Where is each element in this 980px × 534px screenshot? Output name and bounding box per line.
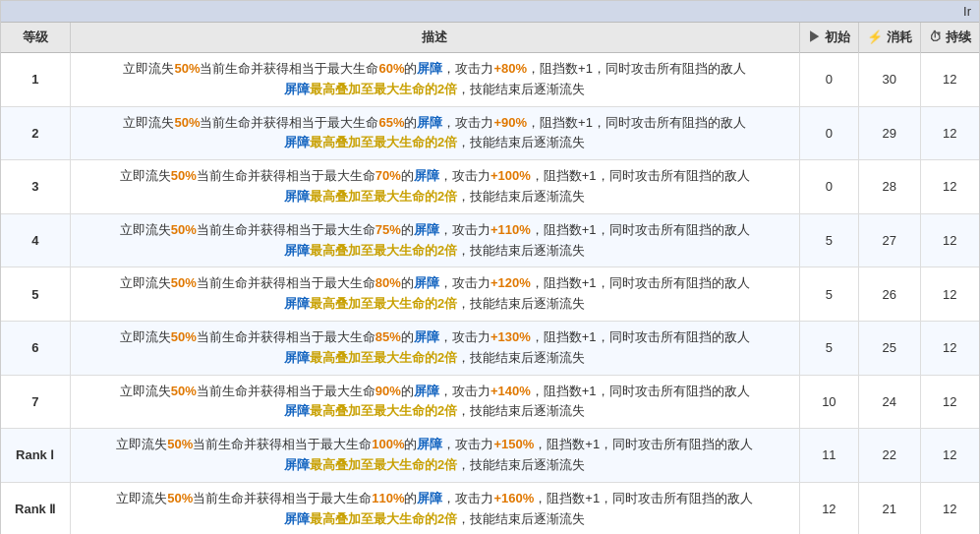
cell-level: 2: [1, 106, 70, 160]
cell-consume: 25: [858, 321, 920, 375]
start-label: 初始: [825, 30, 850, 44]
cell-sustain: 12: [920, 106, 979, 160]
start-icon: ▶: [808, 30, 825, 44]
skill-table-container: Ir 等级 描述 ▶ 初始 ⚡ 消耗 ⏱ 持续: [0, 0, 980, 534]
cell-consume: 24: [858, 375, 920, 429]
cell-level: Rank Ⅱ: [1, 482, 70, 534]
cell-start: 0: [799, 160, 858, 214]
table-row: 2立即流失50%当前生命并获得相当于最大生命65%的屏障，攻击力+90%，阻挡数…: [1, 106, 979, 160]
cell-level: Rank Ⅰ: [1, 429, 70, 483]
cell-desc: 立即流失50%当前生命并获得相当于最大生命85%的屏障，攻击力+130%，阻挡数…: [70, 321, 799, 375]
cell-consume: 29: [858, 106, 920, 160]
cell-start: 5: [799, 267, 858, 322]
cell-sustain: 12: [920, 160, 979, 214]
table-row: Rank Ⅱ立即流失50%当前生命并获得相当于最大生命110%的屏障，攻击力+1…: [1, 482, 979, 534]
cell-sustain: 12: [920, 321, 979, 375]
cell-start: 11: [799, 429, 858, 483]
consume-label: 消耗: [887, 30, 912, 44]
col-consume: ⚡ 消耗: [858, 23, 920, 53]
cell-consume: 27: [858, 213, 920, 267]
cell-level: 3: [1, 160, 70, 214]
cell-start: 12: [799, 482, 858, 534]
cell-sustain: 12: [920, 213, 979, 267]
cell-sustain: 12: [920, 53, 979, 107]
cell-start: 0: [799, 53, 858, 107]
cell-consume: 21: [858, 482, 920, 534]
table-row: 1立即流失50%当前生命并获得相当于最大生命60%的屏障，攻击力+80%，阻挡数…: [1, 53, 979, 107]
cell-sustain: 12: [920, 375, 979, 429]
cell-desc: 立即流失50%当前生命并获得相当于最大生命65%的屏障，攻击力+90%，阻挡数+…: [70, 106, 799, 160]
cell-desc: 立即流失50%当前生命并获得相当于最大生命60%的屏障，攻击力+80%，阻挡数+…: [70, 53, 799, 107]
top-bar-text: Ir: [963, 4, 971, 19]
sustain-icon: ⏱: [929, 30, 946, 44]
sustain-label: 持续: [946, 30, 971, 44]
cell-level: 5: [1, 267, 70, 322]
table-row: 5立即流失50%当前生命并获得相当于最大生命80%的屏障，攻击力+120%，阻挡…: [1, 267, 979, 322]
skill-table: 等级 描述 ▶ 初始 ⚡ 消耗 ⏱ 持续 1立即流失50%当前生命并获得相当于最…: [1, 23, 979, 534]
cell-start: 10: [799, 375, 858, 429]
table-row: Rank Ⅰ立即流失50%当前生命并获得相当于最大生命100%的屏障，攻击力+1…: [1, 429, 979, 483]
cell-level: 7: [1, 375, 70, 429]
consume-icon: ⚡: [867, 30, 887, 44]
table-row: 7立即流失50%当前生命并获得相当于最大生命90%的屏障，攻击力+140%，阻挡…: [1, 375, 979, 429]
cell-desc: 立即流失50%当前生命并获得相当于最大生命110%的屏障，攻击力+160%，阻挡…: [70, 482, 799, 534]
top-bar: Ir: [1, 1, 979, 23]
table-wrapper: 等级 描述 ▶ 初始 ⚡ 消耗 ⏱ 持续 1立即流失50%当前生命并获得相当于最…: [1, 23, 979, 534]
table-row: 3立即流失50%当前生命并获得相当于最大生命70%的屏障，攻击力+100%，阻挡…: [1, 160, 979, 214]
cell-consume: 26: [858, 267, 920, 322]
cell-desc: 立即流失50%当前生命并获得相当于最大生命70%的屏障，攻击力+100%，阻挡数…: [70, 160, 799, 214]
cell-level: 1: [1, 53, 70, 107]
table-row: 6立即流失50%当前生命并获得相当于最大生命85%的屏障，攻击力+130%，阻挡…: [1, 321, 979, 375]
table-body: 1立即流失50%当前生命并获得相当于最大生命60%的屏障，攻击力+80%，阻挡数…: [1, 53, 979, 535]
table-row: 4立即流失50%当前生命并获得相当于最大生命75%的屏障，攻击力+110%，阻挡…: [1, 213, 979, 267]
cell-start: 0: [799, 106, 858, 160]
cell-desc: 立即流失50%当前生命并获得相当于最大生命75%的屏障，攻击力+110%，阻挡数…: [70, 213, 799, 267]
cell-start: 5: [799, 213, 858, 267]
col-desc: 描述: [70, 23, 799, 53]
cell-sustain: 12: [920, 267, 979, 322]
cell-desc: 立即流失50%当前生命并获得相当于最大生命80%的屏障，攻击力+120%，阻挡数…: [70, 267, 799, 322]
table-header-row: 等级 描述 ▶ 初始 ⚡ 消耗 ⏱ 持续: [1, 23, 979, 53]
cell-consume: 22: [858, 429, 920, 483]
col-level: 等级: [1, 23, 70, 53]
cell-desc: 立即流失50%当前生命并获得相当于最大生命90%的屏障，攻击力+140%，阻挡数…: [70, 375, 799, 429]
cell-sustain: 12: [920, 429, 979, 483]
col-sustain: ⏱ 持续: [920, 23, 979, 53]
cell-level: 6: [1, 321, 70, 375]
cell-consume: 28: [858, 160, 920, 214]
cell-level: 4: [1, 213, 70, 267]
cell-start: 5: [799, 321, 858, 375]
cell-sustain: 12: [920, 482, 979, 534]
cell-desc: 立即流失50%当前生命并获得相当于最大生命100%的屏障，攻击力+150%，阻挡…: [70, 429, 799, 483]
col-start: ▶ 初始: [799, 23, 858, 53]
cell-consume: 30: [858, 53, 920, 107]
